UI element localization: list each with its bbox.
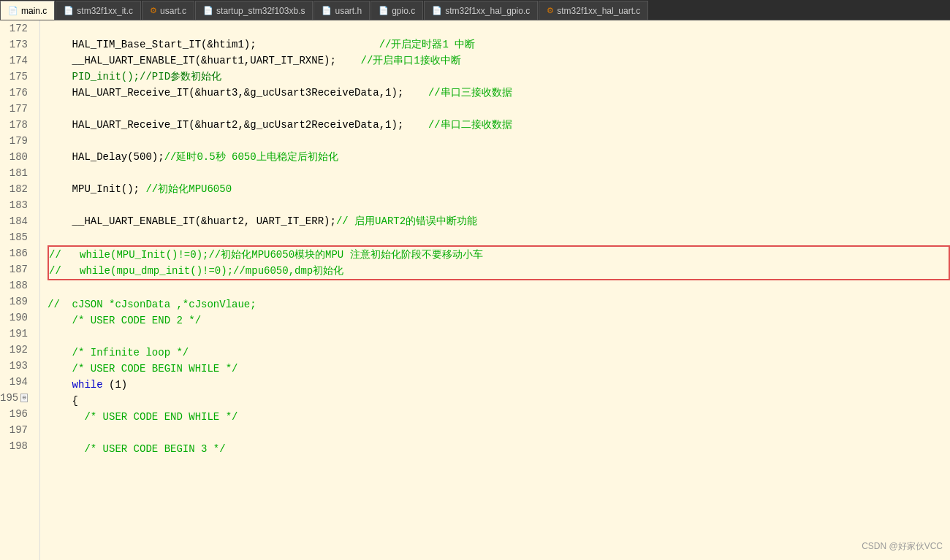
code-line-188 — [48, 280, 950, 296]
gear-icon: ⚙ — [150, 6, 157, 15]
line-number-191: 191 — [0, 326, 34, 342]
file-icon: 📄 — [8, 6, 18, 15]
line-number-175: 175 — [0, 69, 34, 85]
gear-icon: ⚙ — [547, 6, 554, 15]
code-line-189: // cJSON *cJsonData ,*cJsonVlaue; — [48, 296, 950, 312]
line-number-173: 173 — [0, 37, 34, 53]
line-number-188: 188 — [0, 277, 34, 294]
code-line-173: HAL_TIM_Base_Start_IT(&htim1); //开启定时器1 … — [48, 37, 950, 53]
tab-label: usart.c — [160, 6, 186, 16]
tab-usart-h[interactable]: 📄usart.h — [314, 1, 370, 20]
line-number-189: 189 — [0, 294, 34, 310]
line-number-182: 182 — [0, 181, 34, 197]
code-line-193: /* USER CODE BEGIN WHILE */ — [48, 361, 950, 377]
line-number-193: 193 — [0, 358, 34, 374]
code-line-184: __HAL_UART_ENABLE_IT(&huart2, UART_IT_ER… — [48, 213, 950, 229]
tab-main-c[interactable]: 📄main.c — [0, 1, 55, 20]
line-number-172: 172 — [0, 20, 34, 37]
code-line-174: __HAL_UART_ENABLE_IT(&huart1,UART_IT_RXN… — [48, 53, 950, 69]
line-number-176: 176 — [0, 85, 34, 101]
code-line-177 — [48, 101, 950, 117]
code-line-198: /* USER CODE BEGIN 3 */ — [48, 441, 950, 457]
code-line-185 — [48, 229, 950, 245]
code-line-175: PID_init();//PID参数初始化 — [48, 69, 950, 85]
line-number-192: 192 — [0, 342, 34, 358]
line-number-180: 180 — [0, 149, 34, 165]
code-line-180: HAL_Delay(500);//延时0.5秒 6050上电稳定后初始化 — [48, 149, 950, 165]
line-number-197: 197 — [0, 422, 34, 438]
line-number-184: 184 — [0, 213, 34, 229]
tab-label: stm32f1xx_it.c — [77, 6, 133, 16]
tab-stm32f1xx-hal-uart[interactable]: ⚙stm32f1xx_hal_uart.c — [539, 1, 648, 20]
commented-block-box: // while(MPU_Init()!=0);//初始化MPU6050模块的M… — [48, 245, 950, 280]
code-line-186: // while(MPU_Init()!=0);//初始化MPU6050模块的M… — [49, 247, 949, 263]
line-number-195: 195⊖ — [0, 390, 34, 406]
fold-indicator[interactable]: ⊖ — [20, 394, 28, 402]
tab-bar: 📄main.c📄stm32f1xx_it.c⚙usart.c📄startup_s… — [0, 0, 950, 20]
tab-label: stm32f1xx_hal_uart.c — [557, 6, 640, 16]
line-number-196: 196 — [0, 406, 34, 422]
editor-container: 1721731741751761771781791801811821831841… — [0, 20, 950, 560]
code-area: HAL_TIM_Base_Start_IT(&htim1); //开启定时器1 … — [40, 20, 950, 560]
line-number-174: 174 — [0, 53, 34, 69]
tab-label: stm32f1xx_hal_gpio.c — [445, 6, 530, 16]
file-icon: 📄 — [203, 6, 213, 15]
code-line-195: { — [48, 393, 950, 409]
code-line-176: HAL_UART_Receive_IT(&huart3,&g_ucUsart3R… — [48, 85, 950, 101]
line-number-194: 194 — [0, 374, 34, 390]
tab-label: usart.h — [335, 6, 362, 16]
code-line-191 — [48, 329, 950, 345]
watermark: CSDN @好家伙VCC — [862, 540, 943, 553]
line-number-190: 190 — [0, 310, 34, 326]
file-icon: 📄 — [432, 6, 442, 15]
tab-label: startup_stm32f103xb.s — [216, 6, 305, 16]
code-line-179 — [48, 133, 950, 149]
tab-label: gpio.c — [392, 6, 415, 16]
line-number-198: 198 — [0, 438, 34, 454]
code-line-192: /* Infinite loop */ — [48, 345, 950, 361]
tab-stm32f1xx-it[interactable]: 📄stm32f1xx_it.c — [56, 1, 141, 20]
code-line-194: while (1) — [48, 377, 950, 393]
code-line-182: MPU_Init(); //初始化MPU6050 — [48, 181, 950, 197]
line-number-177: 177 — [0, 101, 34, 117]
code-line-178: HAL_UART_Receive_IT(&huart2,&g_ucUsart2R… — [48, 117, 950, 133]
line-number-187: 187 — [0, 261, 34, 277]
code-line-181 — [48, 165, 950, 181]
tab-gpio-c[interactable]: 📄gpio.c — [370, 1, 423, 20]
code-line-187: // while(mpu_dmp_init()!=0);//mpu6050,dm… — [49, 263, 949, 279]
line-number-179: 179 — [0, 133, 34, 149]
code-line-196: /* USER CODE END WHILE */ — [48, 409, 950, 425]
file-icon: 📄 — [379, 6, 389, 15]
tab-stm32f1xx-hal-gpio[interactable]: 📄stm32f1xx_hal_gpio.c — [424, 1, 538, 20]
code-line-183 — [48, 197, 950, 213]
line-number-181: 181 — [0, 165, 34, 181]
line-number-186: 186 — [0, 245, 34, 261]
line-number-185: 185 — [0, 229, 34, 245]
file-icon: 📄 — [64, 6, 74, 15]
line-number-gutter: 1721731741751761771781791801811821831841… — [0, 20, 40, 560]
file-icon: 📄 — [322, 6, 332, 15]
code-line-190: /* USER CODE END 2 */ — [48, 312, 950, 329]
tab-startup[interactable]: 📄startup_stm32f103xb.s — [195, 1, 313, 20]
tab-usart-c[interactable]: ⚙usart.c — [142, 1, 194, 20]
line-number-178: 178 — [0, 117, 34, 133]
tab-label: main.c — [21, 6, 47, 16]
line-number-183: 183 — [0, 197, 34, 213]
code-line-172 — [48, 20, 950, 37]
code-line-197 — [48, 425, 950, 441]
